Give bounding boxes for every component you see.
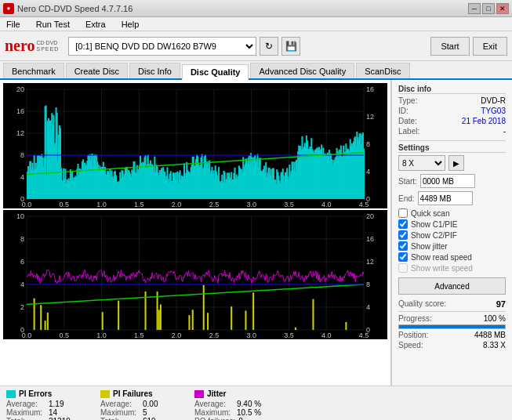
- quality-row: Quality score: 97: [398, 299, 506, 309]
- jitter-avg: Average: 9.40 %: [194, 400, 273, 408]
- pi-failures-block: PI Failures Average: 0.00 Maximum: 5 Tot…: [100, 389, 179, 420]
- speed-label: Speed:: [398, 341, 423, 349]
- position-value: 4488 MB: [474, 331, 506, 339]
- jitter-label: Show jitter: [411, 242, 448, 251]
- speed-value: 8.33 X: [483, 341, 506, 349]
- disc-type-row: Type: DVD-R: [398, 96, 506, 105]
- disc-label-row: Label: -: [398, 127, 506, 136]
- pi-failures-legend: PI Failures: [100, 389, 179, 398]
- disc-info-title: Disc info: [398, 85, 506, 94]
- speed-select[interactable]: 8 X: [398, 155, 445, 171]
- label-label: Label:: [398, 127, 419, 136]
- stats-bar: PI Errors Average: 1.19 Maximum: 14 Tota…: [0, 386, 512, 420]
- menubar: File Run Test Extra Help: [0, 17, 512, 31]
- tab-create-disc[interactable]: Create Disc: [66, 63, 128, 78]
- end-mb-label: End:: [398, 194, 415, 203]
- id-label: ID:: [398, 107, 409, 115]
- pi-errors-total-value: 21319: [49, 417, 71, 420]
- tab-scan-disc[interactable]: ScanDisc: [356, 63, 409, 78]
- read-speed-checkbox[interactable]: [398, 252, 408, 262]
- jitter-avg-label: Average:: [194, 400, 234, 408]
- jitter-max-label: Maximum:: [194, 408, 234, 417]
- date-value: 21 Feb 2018: [462, 117, 506, 125]
- quick-scan-label: Quick scan: [411, 209, 449, 218]
- menu-help[interactable]: Help: [118, 19, 143, 30]
- position-row: Position: 4488 MB: [398, 331, 506, 339]
- write-speed-row: Show write speed: [398, 263, 506, 273]
- start-mb-input[interactable]: 0000 MB: [420, 174, 475, 188]
- end-row: End:: [398, 191, 506, 205]
- menu-run-test[interactable]: Run Test: [33, 19, 73, 30]
- pi-failures-color: [100, 390, 110, 398]
- c1pie-label: Show C1/PIE: [411, 220, 457, 229]
- jitter-avg-value: 9.40 %: [237, 400, 261, 408]
- pi-failures-max-value: 5: [143, 408, 147, 417]
- close-button[interactable]: ✕: [496, 3, 509, 14]
- settings-title: Settings: [398, 143, 506, 153]
- tabs: Benchmark Create Disc Disc Info Disc Qua…: [0, 61, 512, 80]
- toolbar: nero CD·DVDSPEED [0:1] BENQ DVD DD DW162…: [0, 31, 512, 61]
- advanced-button[interactable]: Advanced: [398, 277, 506, 295]
- quick-scan-checkbox[interactable]: [398, 208, 408, 218]
- pi-failures-avg: Average: 0.00: [100, 400, 179, 408]
- pi-failures-total: Total: 619: [100, 417, 179, 420]
- tab-disc-info[interactable]: Disc Info: [129, 63, 180, 78]
- jitter-checkbox[interactable]: [398, 241, 408, 251]
- tab-disc-quality[interactable]: Disc Quality: [182, 64, 249, 80]
- start-mb-label: Start:: [398, 177, 417, 186]
- jitter-title: Jitter: [207, 389, 226, 398]
- pi-failures-avg-value: 0.00: [143, 400, 158, 408]
- nero-logo-text: nero: [5, 37, 35, 55]
- jitter-block: Jitter Average: 9.40 % Maximum: 10.5 % P…: [194, 389, 273, 420]
- speed-row: 8 X ▶: [398, 155, 506, 171]
- pi-errors-max: Maximum: 14: [6, 408, 85, 417]
- jitter-max: Maximum: 10.5 %: [194, 408, 273, 417]
- write-speed-checkbox[interactable]: [398, 263, 408, 273]
- nero-logo: nero CD·DVDSPEED: [5, 37, 59, 55]
- tab-advanced-disc-quality[interactable]: Advanced Disc Quality: [250, 63, 354, 78]
- c2pif-row: Show C2/PIF: [398, 230, 506, 240]
- pi-failures-title: PI Failures: [113, 389, 153, 398]
- progress-row: Progress: 100 %: [398, 314, 506, 323]
- pi-failures-max: Maximum: 5: [100, 408, 179, 417]
- read-speed-label: Show read speed: [411, 253, 472, 262]
- pi-errors-total-label: Total:: [6, 417, 45, 420]
- pi-errors-legend: PI Errors: [6, 389, 85, 398]
- speed-icon[interactable]: ▶: [448, 155, 464, 171]
- quality-label: Quality score:: [398, 299, 446, 309]
- refresh-icon[interactable]: ↻: [260, 37, 278, 56]
- write-speed-label: Show write speed: [411, 264, 473, 273]
- start-button[interactable]: Start: [430, 37, 469, 56]
- c1pie-checkbox[interactable]: [398, 219, 408, 229]
- position-label: Position:: [398, 331, 428, 339]
- type-label: Type:: [398, 96, 417, 105]
- pi-errors-block: PI Errors Average: 1.19 Maximum: 14 Tota…: [6, 389, 85, 420]
- pi-errors-avg: Average: 1.19: [6, 400, 85, 408]
- save-icon[interactable]: 💾: [281, 37, 300, 56]
- tab-benchmark[interactable]: Benchmark: [3, 63, 64, 78]
- c2pif-checkbox[interactable]: [398, 230, 408, 240]
- bottom-chart: [3, 210, 387, 339]
- progress-value: 100 %: [484, 314, 506, 323]
- disc-id-row: ID: TYG03: [398, 107, 506, 115]
- minimize-button[interactable]: ─: [468, 3, 481, 14]
- jitter-legend: Jitter: [194, 389, 273, 398]
- jitter-po: PO failures: 0: [194, 417, 273, 420]
- top-chart: [3, 83, 387, 208]
- pi-errors-title: PI Errors: [19, 389, 52, 398]
- progress-bar: [398, 324, 506, 329]
- pi-errors-max-label: Maximum:: [6, 408, 45, 417]
- app-icon: ●: [3, 3, 14, 14]
- menu-extra[interactable]: Extra: [82, 19, 109, 30]
- c2pif-label: Show C2/PIF: [411, 231, 457, 240]
- end-mb-input[interactable]: [418, 191, 473, 205]
- pi-failures-avg-label: Average:: [100, 400, 140, 408]
- speed-row-prog: Speed: 8.33 X: [398, 341, 506, 349]
- drive-select[interactable]: [0:1] BENQ DVD DD DW1620 B7W9: [68, 37, 256, 56]
- exit-button[interactable]: Exit: [473, 37, 507, 56]
- disc-date-row: Date: 21 Feb 2018: [398, 117, 506, 125]
- quality-value: 97: [496, 299, 506, 309]
- maximize-button[interactable]: □: [482, 3, 495, 14]
- menu-file[interactable]: File: [3, 19, 24, 30]
- progress-section: Progress: 100 % Position: 4488 MB Speed:…: [398, 314, 506, 349]
